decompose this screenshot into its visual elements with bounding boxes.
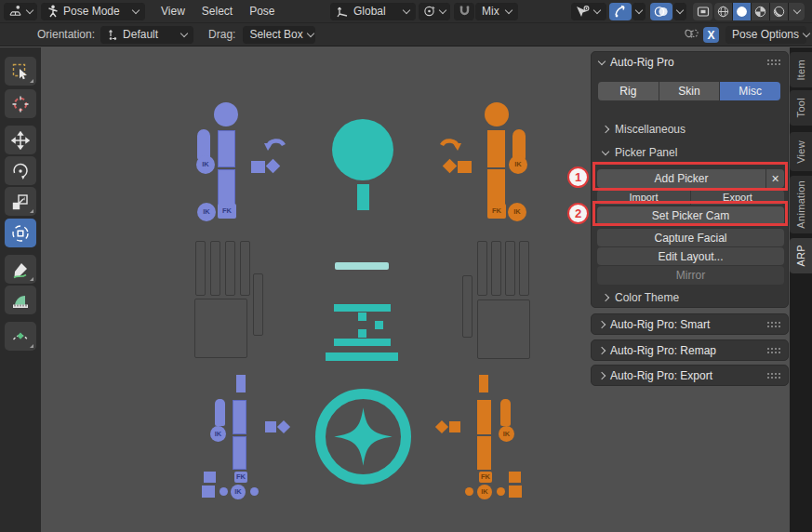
pose-options-dropdown[interactable]: Pose Options: [725, 26, 806, 44]
show-gizmo-dropdown[interactable]: [571, 3, 606, 20]
shading-dropdown-button[interactable]: [789, 3, 805, 20]
tool-measure[interactable]: [5, 286, 36, 314]
mirror-button[interactable]: Mirror: [597, 266, 784, 285]
picker-dot-control[interactable]: [250, 487, 259, 496]
picker-ik-badge[interactable]: IK: [499, 426, 514, 442]
section-miscellaneous[interactable]: Miscellaneous: [598, 120, 686, 139]
editor-type-button[interactable]: [4, 3, 37, 20]
picker-pole-control[interactable]: [277, 420, 290, 433]
menu-view[interactable]: View: [153, 5, 193, 18]
picker-thumb-control[interactable]: [253, 273, 263, 336]
sidebar-tab-arp[interactable]: ARP: [790, 238, 812, 273]
picker-fk-badge[interactable]: FK: [234, 472, 247, 483]
picker-finger-control[interactable]: [505, 241, 515, 296]
picker-palm-control[interactable]: [194, 299, 247, 358]
picker-leg-control[interactable]: [236, 375, 246, 392]
picker-thigh-control[interactable]: [233, 400, 246, 434]
picker-finger-control[interactable]: [210, 241, 220, 296]
picker-compass-star-control[interactable]: [333, 406, 393, 467]
tool-pose-breakdowner[interactable]: [5, 322, 36, 351]
sidebar-tab-animation[interactable]: Animation: [790, 176, 812, 233]
picker-thumb-control[interactable]: [462, 275, 473, 338]
gizmos-toggle-button[interactable]: [609, 3, 632, 20]
picker-palm-control[interactable]: [477, 299, 530, 359]
picker-hips-control[interactable]: [326, 352, 398, 361]
picker-main-head-control[interactable]: [332, 119, 393, 180]
picker-foot-control[interactable]: [449, 421, 460, 432]
picker-ik-badge[interactable]: IK: [231, 485, 246, 499]
section-picker-panel[interactable]: Picker Panel: [598, 143, 677, 162]
picker-ik-badge[interactable]: IK: [210, 426, 226, 442]
picker-toe-control[interactable]: [202, 485, 215, 498]
mode-dropdown[interactable]: Pose Mode: [41, 3, 145, 20]
picker-toe-control[interactable]: [204, 472, 216, 483]
overlays-dropdown-button[interactable]: [673, 3, 686, 20]
overlays-toggle-button[interactable]: [650, 3, 672, 20]
tab-skin[interactable]: Skin: [659, 82, 720, 100]
picker-spine-control[interactable]: [487, 130, 505, 167]
tool-scale[interactable]: [5, 187, 36, 216]
picker-spine-control[interactable]: [218, 130, 235, 167]
picker-spine-dot-control[interactable]: [358, 313, 366, 321]
drag-mode-dropdown[interactable]: Select Box: [243, 26, 315, 44]
picker-calf-control[interactable]: [477, 436, 491, 470]
drag-orientation-dropdown[interactable]: Default: [100, 26, 193, 44]
shading-wireframe-button[interactable]: [714, 3, 732, 20]
picker-finger-control[interactable]: [240, 241, 250, 296]
shading-rendered-button[interactable]: [770, 3, 788, 20]
picker-head-control-left[interactable]: [214, 102, 238, 126]
picker-hand-control[interactable]: [458, 161, 472, 173]
tool-rotate[interactable]: [5, 156, 36, 185]
sidebar-tab-item[interactable]: Item: [790, 52, 812, 87]
autorig-pro-panel-header[interactable]: Auto-Rig Pro: [592, 52, 788, 73]
picker-dot-control[interactable]: [497, 487, 505, 496]
tool-cursor[interactable]: [5, 89, 36, 118]
tab-misc[interactable]: Misc: [720, 82, 780, 100]
autorig-pro-smart-panel[interactable]: Auto-Rig Pro: Smart: [591, 313, 789, 335]
picker-toe-control[interactable]: [509, 485, 522, 498]
edit-layout-button[interactable]: Edit Layout...: [597, 247, 784, 265]
picker-spine-dot-control[interactable]: [358, 329, 366, 338]
picker-foot-control[interactable]: [265, 421, 276, 432]
panel-grip-icon[interactable]: [766, 347, 780, 354]
picker-rotate-arrow[interactable]: [263, 135, 287, 151]
xray-toggle-button[interactable]: [693, 3, 712, 20]
snap-toggle-button[interactable]: [454, 3, 474, 20]
picker-ik-badge[interactable]: IK: [508, 203, 526, 221]
picker-dot-control[interactable]: [220, 487, 228, 496]
picker-pole-control[interactable]: [435, 420, 448, 433]
sidebar-tab-view[interactable]: View: [790, 132, 812, 171]
tool-transform[interactable]: [5, 219, 36, 247]
picker-spine-bar-control[interactable]: [334, 304, 391, 312]
picker-rotate-arrow[interactable]: [438, 135, 462, 151]
picker-thigh-control[interactable]: [477, 400, 491, 434]
picker-finger-control[interactable]: [491, 241, 501, 296]
picker-ik-badge[interactable]: IK: [509, 155, 527, 174]
tab-rig[interactable]: Rig: [598, 82, 659, 100]
tool-select-box[interactable]: [5, 57, 36, 86]
picker-dot-control[interactable]: [465, 487, 473, 496]
picker-finger-control[interactable]: [225, 241, 235, 296]
picker-finger-control[interactable]: [195, 241, 206, 296]
picker-ik-badge[interactable]: IK: [196, 155, 215, 174]
picker-toe-control[interactable]: [509, 472, 521, 483]
picker-head-control-right[interactable]: [485, 102, 509, 126]
picker-chest-control[interactable]: [335, 262, 389, 270]
picker-fk-badge[interactable]: FK: [487, 204, 506, 219]
autorig-pro-export-panel[interactable]: Auto-Rig Pro: Export: [591, 365, 789, 386]
mirror-x-toggle[interactable]: X: [703, 27, 719, 43]
picker-calf-control[interactable]: [233, 436, 246, 470]
picker-neck-control[interactable]: [357, 184, 369, 210]
capture-facial-button[interactable]: Capture Facial: [597, 229, 784, 246]
tool-move[interactable]: [5, 126, 36, 154]
tool-annotate[interactable]: [5, 255, 36, 284]
picker-spine-dot-control[interactable]: [375, 321, 383, 329]
sidebar-tab-tool[interactable]: Tool: [790, 90, 812, 126]
picker-leg-side-control[interactable]: [215, 399, 225, 426]
picker-ik-badge[interactable]: IK: [197, 203, 216, 221]
snap-with-dropdown[interactable]: Mix: [475, 3, 518, 20]
picker-leg-side-control[interactable]: [500, 399, 511, 426]
panel-grip-icon[interactable]: [766, 321, 780, 328]
panel-grip-icon[interactable]: [766, 59, 780, 66]
picker-hand-control[interactable]: [251, 161, 265, 173]
